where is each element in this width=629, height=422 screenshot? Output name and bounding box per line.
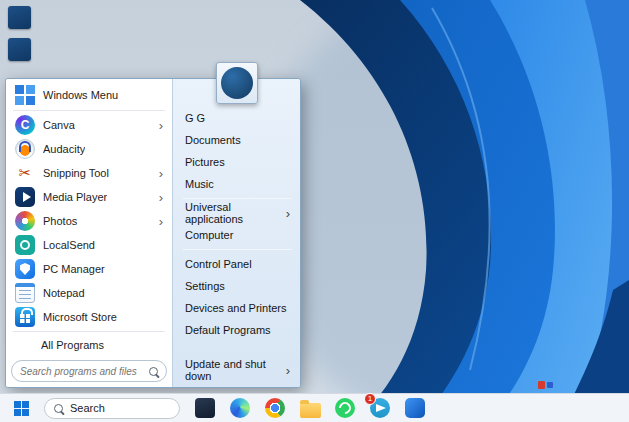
blue-app-icon (405, 398, 425, 418)
menu-item-music[interactable]: Music (183, 173, 292, 195)
notepad-icon (15, 283, 35, 303)
separator (13, 331, 165, 332)
user-avatar[interactable] (216, 62, 258, 104)
menu-item-label: Control Panel (185, 258, 252, 270)
taskbar-app-chrome[interactable] (264, 397, 286, 419)
start-button[interactable] (8, 396, 34, 420)
dark-app-icon (195, 398, 215, 418)
menu-item-notepad[interactable]: Notepad (11, 281, 167, 305)
menu-item-computer[interactable]: Computer (183, 224, 292, 246)
menu-item-pc-manager[interactable]: PC Manager (11, 257, 167, 281)
menu-item-label: Pictures (185, 156, 225, 168)
menu-item-documents[interactable]: Documents (183, 129, 292, 151)
menu-item-snipping-tool[interactable]: Snipping Tool › (11, 161, 167, 185)
menu-item-label: Snipping Tool (43, 167, 109, 179)
menu-item-label: Settings (185, 280, 225, 292)
menu-item-label: Universal applications (185, 201, 280, 225)
chevron-right-icon: › (159, 215, 163, 228)
chevron-right-icon: › (159, 167, 163, 180)
menu-item-windows-menu[interactable]: Windows Menu (11, 82, 167, 108)
notification-badge: 1 (364, 393, 376, 405)
menu-item-label: Computer (185, 229, 233, 241)
chrome-icon (265, 398, 285, 418)
shield-icon (15, 259, 35, 279)
menu-item-label: Default Programs (185, 324, 271, 336)
menu-item-photos[interactable]: Photos › (11, 209, 167, 233)
menu-item-default-programs[interactable]: Default Programs (183, 319, 292, 341)
windows-logo-icon (15, 85, 35, 105)
menu-item-label: Microsoft Store (43, 311, 117, 323)
menu-item-label: Windows Menu (43, 89, 118, 101)
menu-item-label: All Programs (41, 339, 104, 351)
desktop-shortcut-icon[interactable] (8, 38, 31, 61)
taskbar-app-telegram[interactable]: 1 (369, 397, 391, 419)
menu-item-pictures[interactable]: Pictures (183, 151, 292, 173)
all-programs-item[interactable]: All Programs (11, 334, 167, 356)
taskbar-pinned-apps: 1 (194, 397, 426, 419)
menu-item-label: Notepad (43, 287, 85, 299)
audacity-icon (15, 139, 35, 159)
menu-item-label: LocalSend (43, 239, 95, 251)
store-bag-icon (15, 307, 35, 327)
scissors-icon (15, 163, 35, 183)
folder-icon (300, 403, 321, 418)
taskbar: Search 1 (0, 393, 629, 422)
menu-item-label: Canva (43, 119, 75, 131)
taskbar-search[interactable]: Search (44, 398, 180, 419)
menu-item-canva[interactable]: Canva › (11, 113, 167, 137)
menu-item-label: Devices and Printers (185, 302, 287, 314)
start-menu-search-box (11, 360, 167, 382)
desktop: Windows Menu Canva › Audacity Snipping T… (0, 0, 629, 422)
menu-item-label: Music (185, 178, 214, 190)
search-icon (54, 404, 63, 413)
taskbar-search-label: Search (70, 402, 105, 414)
menu-item-control-panel[interactable]: Control Panel (183, 253, 292, 275)
whatsapp-icon (335, 398, 355, 418)
taskbar-app-blue[interactable] (404, 397, 426, 419)
play-icon (15, 187, 35, 207)
menu-item-media-player[interactable]: Media Player › (11, 185, 167, 209)
menu-item-universal-applications[interactable]: Universal applications › (183, 202, 292, 224)
menu-item-label: Photos (43, 215, 77, 227)
menu-item-label: Documents (185, 134, 241, 146)
user-name-label: G G (185, 112, 205, 124)
start-menu-right-pane: G G Documents Pictures Music Universal a… (172, 79, 300, 387)
search-icon (149, 367, 158, 376)
shutdown-label: Update and shut down (185, 358, 276, 382)
chevron-right-icon: › (159, 119, 163, 132)
chevron-right-icon: › (286, 207, 290, 220)
chevron-right-icon: › (286, 364, 290, 377)
menu-item-audacity[interactable]: Audacity (11, 137, 167, 161)
edge-icon (230, 398, 250, 418)
taskbar-app-whatsapp[interactable] (334, 397, 356, 419)
separator (183, 198, 292, 199)
user-name[interactable]: G G (183, 107, 292, 129)
localsend-icon (15, 235, 35, 255)
photos-pinwheel-icon (15, 211, 35, 231)
shutdown-button[interactable]: Update and shut down › (183, 359, 292, 381)
taskbar-app-dark[interactable] (194, 397, 216, 419)
menu-item-localsend[interactable]: LocalSend (11, 233, 167, 257)
menu-item-devices-and-printers[interactable]: Devices and Printers (183, 297, 292, 319)
avatar (221, 67, 253, 99)
menu-item-settings[interactable]: Settings (183, 275, 292, 297)
separator (13, 110, 165, 111)
windows-logo-icon (14, 401, 29, 416)
menu-item-microsoft-store[interactable]: Microsoft Store (11, 305, 167, 329)
canva-icon (15, 115, 35, 135)
taskbar-app-edge[interactable] (229, 397, 251, 419)
chevron-right-icon: › (159, 191, 163, 204)
taskbar-app-file-explorer[interactable] (299, 397, 321, 419)
desktop-shortcut-icon[interactable] (8, 6, 31, 29)
separator (183, 249, 292, 250)
start-menu: Windows Menu Canva › Audacity Snipping T… (5, 78, 301, 388)
menu-item-label: Media Player (43, 191, 107, 203)
wallpaper-mark (538, 381, 545, 389)
search-input[interactable] (20, 366, 143, 377)
menu-item-label: PC Manager (43, 263, 105, 275)
start-menu-left-pane: Windows Menu Canva › Audacity Snipping T… (6, 79, 172, 387)
menu-item-label: Audacity (43, 143, 85, 155)
wallpaper-mark (547, 382, 553, 388)
